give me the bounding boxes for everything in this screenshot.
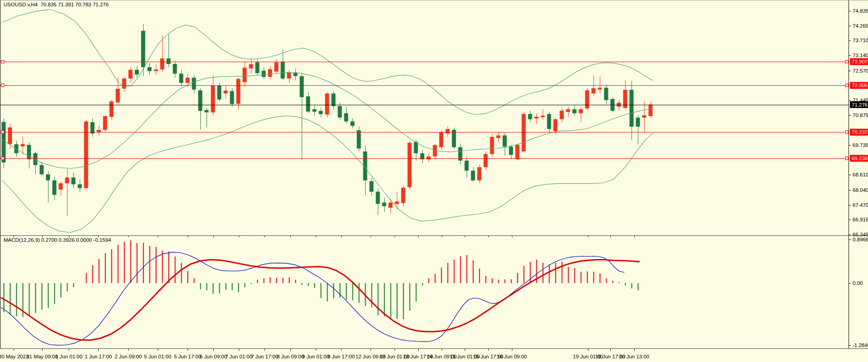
macd-indicator-label: MACD(12,26,9) 0.2700 0.3926 0.0000 -0.15… — [4, 237, 111, 243]
level-price-label: 72.907 — [852, 59, 868, 64]
price-tick-label: 66.345 — [853, 232, 868, 237]
time-label: 9 Jun 01:00 — [302, 354, 329, 359]
level-price-label: 70.232 — [852, 129, 868, 135]
time-label: 5 Jun 01:00 — [144, 354, 171, 359]
time-label: 7 Jun 17:00 — [251, 354, 278, 359]
price-tick-label: 66.915 — [853, 217, 868, 222]
time-label: 7 Jun 01:00 — [225, 354, 252, 359]
price-tick-label: 74.265 — [853, 23, 868, 29]
price-tick-label: 68.610 — [853, 172, 868, 177]
time-label: 5 Jun 17:00 — [174, 354, 201, 359]
time-label: 30 May 2023 — [0, 354, 29, 359]
time-label: 20 Jun 13:00 — [619, 354, 650, 359]
price-tick-label: 68.040 — [853, 187, 868, 193]
current-price-label: 71.276 — [852, 102, 868, 108]
price-tick-label: 73.710 — [853, 38, 868, 43]
chart-canvas[interactable]: 74.83574.26573.71073.14072.57071.44570.8… — [0, 0, 868, 362]
time-label: 16 Jun 09:00 — [497, 354, 527, 359]
time-label: 1 Jun 17:00 — [85, 354, 112, 359]
level-price-label: 69.238 — [852, 156, 868, 161]
macd-tick-label: -1.2849 — [853, 342, 868, 348]
price-tick-label: 70.875 — [853, 113, 868, 118]
price-tick-label: 67.470 — [853, 202, 868, 208]
time-label: 2 Jun 09:00 — [115, 354, 142, 359]
macd-tick-label: 0.8966 — [853, 237, 868, 242]
trading-chart-window: 74.83574.26573.71073.14072.57071.44570.8… — [0, 0, 868, 362]
price-tick-label: 73.140 — [853, 53, 868, 58]
time-label: 31 May 09:00 — [26, 354, 58, 359]
macd-tick-label: 0.00 — [853, 280, 863, 286]
time-label: 1 Jun 01:00 — [55, 354, 82, 359]
price-tick-label: 72.570 — [853, 68, 868, 73]
level-price-label: 72.005 — [852, 83, 868, 88]
price-tick-label: 69.735 — [853, 142, 868, 148]
time-label: 9 Jun 17:00 — [328, 354, 355, 359]
chart-title: USOUSD.v,H4 70.835 71.391 70.783 71.276 — [4, 2, 109, 7]
time-label: 8 Jun 09:00 — [277, 354, 304, 359]
price-tick-label: 74.835 — [853, 8, 868, 14]
time-label: 6 Jun 09:00 — [200, 354, 227, 359]
